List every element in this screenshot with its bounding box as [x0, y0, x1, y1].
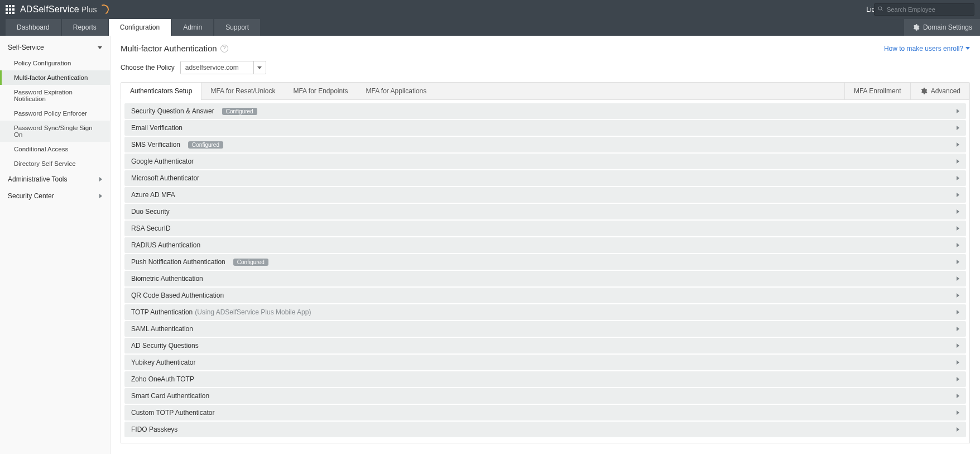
authenticator-row[interactable]: Security Question & AnswerConfigured: [124, 103, 966, 119]
policy-select[interactable]: [180, 61, 266, 74]
authenticator-row[interactable]: Google Authenticator: [124, 154, 966, 169]
tab-advanced-label: Advanced: [931, 87, 960, 95]
sidebar-item-password-policy-enforcer[interactable]: Password Policy Enforcer: [0, 106, 110, 121]
policy-label: Choose the Policy: [121, 64, 175, 71]
search-icon: [877, 6, 884, 12]
authenticator-name: Email Verification: [131, 124, 182, 132]
apps-grid-icon[interactable]: [6, 5, 15, 14]
authenticator-row[interactable]: RSA SecurID: [124, 221, 966, 236]
authenticator-name: Biometric Authentication: [131, 275, 203, 283]
brand-logo: ADSelfService Plus: [20, 4, 109, 15]
authenticator-name: Duo Security: [131, 208, 170, 216]
authenticator-name: Google Authenticator: [131, 157, 194, 165]
chevron-right-icon: [957, 327, 959, 331]
page-title: Multi-factor Authentication ?: [121, 44, 228, 53]
sidebar-item-password-sync-single-sign-on[interactable]: Password Sync/Single Sign On: [0, 121, 110, 142]
authenticator-name: Custom TOTP Authenticator: [131, 409, 214, 417]
configured-badge: Configured: [233, 259, 268, 266]
authenticator-row[interactable]: Biometric Authentication: [124, 271, 966, 286]
domain-settings-button[interactable]: Domain Settings: [904, 19, 980, 36]
sidebar-section-self-service[interactable]: Self-Service: [0, 39, 110, 56]
brand-name: ADSelfService: [20, 4, 79, 15]
authenticator-name: Microsoft Authenticator: [131, 174, 199, 182]
tab-configuration[interactable]: Configuration: [109, 19, 171, 36]
sidebar-item-password-expiration-notification[interactable]: Password Expiration Notification: [0, 85, 110, 106]
authenticator-row[interactable]: Azure AD MFA: [124, 187, 966, 203]
tab-mfa-reset-unlock[interactable]: MFA for Reset/Unlock: [201, 83, 284, 99]
chevron-right-icon: [957, 410, 959, 415]
tab-mfa-endpoints[interactable]: MFA for Endpoints: [284, 83, 357, 99]
enroll-help-link[interactable]: How to make users enroll?: [884, 45, 970, 52]
tab-advanced[interactable]: Advanced: [911, 83, 969, 99]
chevron-right-icon: [957, 109, 959, 113]
chevron-right-icon: [957, 176, 959, 180]
chevron-right-icon: [99, 177, 102, 181]
authenticator-row[interactable]: Smart Card Authentication: [124, 388, 966, 404]
tab-mfa-enrollment[interactable]: MFA Enrollment: [845, 83, 910, 99]
chevron-right-icon: [957, 427, 959, 432]
chevron-right-icon: [957, 243, 959, 247]
chevron-right-icon: [957, 360, 959, 365]
authenticator-row[interactable]: Microsoft Authenticator: [124, 170, 966, 186]
gear-icon: [920, 87, 928, 95]
tab-mfa-applications[interactable]: MFA for Applications: [357, 83, 436, 99]
chevron-down-icon: [965, 47, 970, 50]
chevron-right-icon: [957, 343, 959, 348]
authenticator-name: RSA SecurID: [131, 224, 171, 232]
authenticator-row[interactable]: FIDO Passkeys: [124, 422, 966, 437]
chevron-right-icon: [957, 193, 959, 197]
chevron-right-icon: [99, 194, 102, 198]
sidebar-item-policy-configuration[interactable]: Policy Configuration: [0, 56, 110, 70]
authenticator-name: QR Code Based Authentication: [131, 291, 224, 299]
topbar: ADSelfService Plus License Talk Back: [0, 0, 980, 19]
authenticator-row[interactable]: QR Code Based Authentication: [124, 288, 966, 303]
configured-badge: Configured: [188, 141, 223, 149]
sidebar-section-label: Administrative Tools: [8, 175, 68, 183]
authenticator-row[interactable]: SMS VerificationConfigured: [124, 137, 966, 152]
page-title-text: Multi-factor Authentication: [121, 44, 217, 53]
tab-admin[interactable]: Admin: [172, 19, 213, 36]
sidebar-item-conditional-access[interactable]: Conditional Access: [0, 142, 110, 156]
authenticator-row[interactable]: Duo Security: [124, 204, 966, 219]
brand-suffix: Plus: [81, 5, 97, 14]
help-icon[interactable]: ?: [220, 45, 228, 52]
authenticator-name: Zoho OneAuth TOTP: [131, 375, 194, 383]
authenticators-panel: Security Question & AnswerConfiguredEmai…: [121, 100, 970, 443]
tab-reports[interactable]: Reports: [62, 19, 108, 36]
policy-dropdown-toggle[interactable]: [253, 61, 266, 74]
chevron-right-icon: [957, 394, 959, 398]
svg-line-3: [882, 10, 883, 12]
authenticator-name: Yubikey Authenticator: [131, 359, 195, 366]
authenticator-row[interactable]: RADIUS Authentication: [124, 237, 966, 253]
authenticator-row[interactable]: Push Notification AuthenticationConfigur…: [124, 254, 966, 270]
authenticator-row[interactable]: Zoho OneAuth TOTP: [124, 371, 966, 387]
authenticator-row[interactable]: Email Verification: [124, 120, 966, 136]
tab-support[interactable]: Support: [214, 19, 260, 36]
chevron-right-icon: [957, 126, 959, 130]
sidebar-item-multi-factor-authentication[interactable]: Multi-factor Authentication: [0, 70, 110, 85]
authenticator-row[interactable]: SAML Authentication: [124, 321, 966, 337]
authenticator-name: TOTP Authentication: [131, 308, 193, 316]
chevron-right-icon: [957, 310, 959, 314]
mfa-tabbar: Authenticators Setup MFA for Reset/Unloc…: [121, 82, 970, 100]
search-input[interactable]: [874, 3, 974, 16]
tab-authenticators-setup[interactable]: Authenticators Setup: [121, 83, 201, 99]
authenticator-hint: (Using ADSelfService Plus Mobile App): [195, 308, 311, 316]
sidebar-section-security-center[interactable]: Security Center: [0, 188, 110, 204]
enroll-help-text: How to make users enroll?: [884, 45, 963, 52]
authenticator-row[interactable]: AD Security Questions: [124, 338, 966, 353]
sidebar-section-admin-tools[interactable]: Administrative Tools: [0, 171, 110, 188]
tab-dashboard[interactable]: Dashboard: [6, 19, 61, 36]
authenticator-name: Security Question & Answer: [131, 107, 214, 115]
chevron-right-icon: [957, 209, 959, 214]
authenticator-name: Azure AD MFA: [131, 191, 175, 199]
authenticator-row[interactable]: Yubikey Authenticator: [124, 355, 966, 370]
authenticator-row[interactable]: TOTP Authentication (Using ADSelfService…: [124, 304, 966, 320]
sidebar-item-directory-self-service[interactable]: Directory Self Service: [0, 156, 110, 171]
authenticator-row[interactable]: Custom TOTP Authenticator: [124, 405, 966, 420]
configured-badge: Configured: [222, 108, 257, 115]
sidebar: Self-Service Policy ConfigurationMulti-f…: [0, 36, 111, 454]
chevron-down-icon: [257, 66, 262, 69]
policy-value[interactable]: [181, 61, 253, 74]
authenticator-name: Push Notification Authentication: [131, 258, 225, 266]
